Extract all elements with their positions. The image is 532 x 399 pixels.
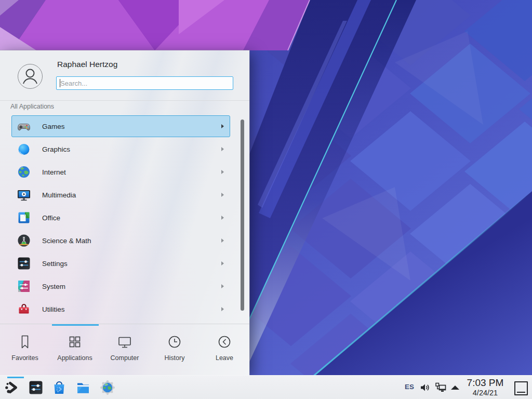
app-launcher-button[interactable] — [3, 377, 21, 398]
submenu-arrow-icon — [221, 147, 224, 151]
category-row-office[interactable]: Office — [11, 207, 230, 229]
science-icon — [17, 233, 31, 248]
leave-icon — [217, 334, 232, 350]
search-input[interactable] — [56, 76, 233, 90]
category-label: Office — [42, 214, 221, 222]
submenu-arrow-icon — [221, 238, 224, 243]
clock-time: 7:03 PM — [462, 377, 509, 389]
category-label: System — [42, 283, 221, 290]
launcher-tab-strip: Favorites Applications Computer History — [0, 324, 249, 375]
category-label: Settings — [42, 260, 221, 268]
search-field[interactable] — [57, 77, 233, 89]
category-row-multimedia[interactable]: Multimedia — [11, 184, 230, 206]
graphics-icon — [17, 142, 31, 156]
dolphin-file-manager-button[interactable] — [74, 377, 92, 398]
category-row-utilities[interactable]: Utilities — [11, 298, 230, 320]
internet-icon — [17, 165, 31, 179]
discover-button[interactable] — [50, 377, 68, 398]
taskbar-panel: ES 7:03 PM 4/24/21 — [0, 375, 532, 399]
desktop: Raphael Hertzog All Applications — [0, 0, 532, 399]
active-task-indicator — [7, 377, 24, 378]
category-row-internet[interactable]: Internet — [11, 161, 230, 183]
settings-icon — [17, 256, 31, 271]
user-name: Raphael Hertzog — [57, 60, 117, 69]
volume-icon[interactable] — [419, 381, 431, 394]
discover-icon — [51, 380, 67, 395]
category-label: Games — [42, 123, 221, 130]
category-list: Games Graphics — [11, 115, 230, 324]
text-cursor — [60, 79, 60, 87]
category-label: Graphics — [42, 145, 221, 153]
submenu-arrow-icon — [221, 124, 224, 128]
category-row-science[interactable]: Science & Math — [11, 230, 230, 251]
category-label: Internet — [42, 168, 221, 176]
tab-computer[interactable]: Computer — [100, 324, 150, 375]
submenu-arrow-icon — [221, 170, 224, 174]
tab-leave[interactable]: Leave — [200, 324, 249, 375]
tab-favorites[interactable]: Favorites — [0, 324, 50, 375]
category-label: Science & Math — [42, 237, 221, 245]
grid-icon — [67, 334, 83, 350]
expand-tray-icon[interactable] — [451, 385, 459, 390]
submenu-arrow-icon — [221, 284, 224, 288]
category-row-settings[interactable]: Settings — [11, 252, 230, 274]
clock-date: 4/24/21 — [462, 389, 509, 397]
show-desktop-button[interactable] — [514, 381, 528, 395]
folder-icon — [75, 380, 91, 395]
section-label: All Applications — [10, 103, 54, 110]
system-settings-button[interactable] — [27, 377, 45, 398]
application-launcher-menu: Raphael Hertzog All Applications — [0, 50, 249, 375]
system-settings-icon — [28, 380, 44, 395]
utilities-icon — [17, 302, 31, 316]
network-icon[interactable] — [434, 381, 447, 394]
globe-gear-icon — [100, 380, 115, 395]
submenu-arrow-icon — [221, 193, 224, 197]
category-label: Multimedia — [42, 191, 221, 199]
show-desktop-line — [517, 392, 525, 393]
user-avatar[interactable] — [18, 64, 43, 89]
category-row-games[interactable]: Games — [11, 115, 230, 137]
category-label: Utilities — [42, 305, 221, 313]
submenu-arrow-icon — [221, 216, 224, 220]
digital-clock[interactable]: 7:03 PM 4/24/21 — [462, 377, 509, 397]
tab-history[interactable]: History — [150, 324, 200, 375]
scrollbar[interactable] — [241, 119, 244, 311]
category-row-graphics[interactable]: Graphics — [11, 138, 230, 160]
multimedia-icon — [17, 188, 31, 202]
submenu-arrow-icon — [221, 307, 224, 311]
clock-icon — [167, 334, 182, 350]
bookmark-icon — [17, 334, 33, 350]
launcher-header: Raphael Hertzog — [0, 50, 249, 101]
office-icon — [17, 210, 31, 225]
monitor-icon — [117, 334, 132, 350]
tab-applications[interactable]: Applications — [50, 324, 100, 375]
konqueror-browser-button[interactable] — [99, 377, 116, 398]
keyboard-layout-indicator[interactable]: ES — [405, 383, 414, 391]
submenu-arrow-icon — [221, 261, 224, 265]
system-icon — [17, 279, 31, 294]
games-icon — [17, 119, 31, 134]
kde-launcher-icon — [4, 380, 20, 395]
category-row-system[interactable]: System — [11, 275, 230, 297]
